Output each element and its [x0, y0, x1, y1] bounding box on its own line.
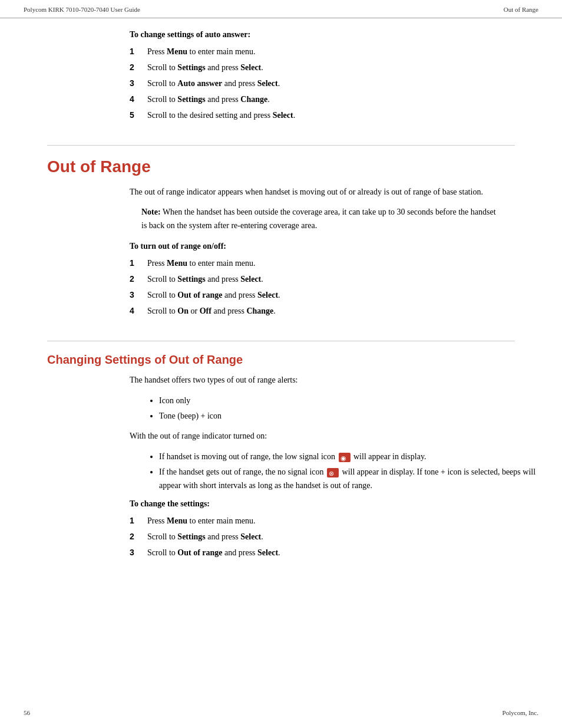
- tor-text-1: Press Menu to enter main menu.: [147, 257, 538, 269]
- no-signal-icon: ⊗: [327, 468, 339, 477]
- change-settings-section: To change the settings: 1 Press Menu to …: [130, 499, 538, 559]
- out-of-range-intro: The out of range indicator appears when …: [130, 186, 538, 199]
- tor-num-4: 4: [130, 305, 147, 317]
- step-5: 5 Scroll to the desired setting and pres…: [130, 109, 538, 121]
- changing-settings-intro: The handset offers two types of out of r…: [130, 374, 538, 387]
- note-text: When the handset has been outside the co…: [141, 207, 496, 229]
- step-num-3: 3: [130, 77, 147, 90]
- cs-step-3: 3 Scroll to Out of range and press Selec…: [130, 546, 538, 559]
- page-footer: 56 Polycom, Inc.: [0, 709, 562, 716]
- page-container: Polycom KIRK 7010-7020-7040 User Guide O…: [0, 0, 562, 728]
- cs-num-3: 3: [130, 546, 147, 559]
- tor-step-2: 2 Scroll to Settings and press Select.: [130, 273, 538, 285]
- step-num-4: 4: [130, 93, 147, 106]
- auto-answer-steps: 1 Press Menu to enter main menu. 2 Scrol…: [130, 45, 538, 121]
- step-2: 2 Scroll to Settings and press Select.: [130, 61, 538, 74]
- alert-types-list: Icon only Tone (beep) + icon: [147, 394, 538, 423]
- alert-type-1: Icon only: [159, 394, 538, 407]
- tor-text-2: Scroll to Settings and press Select.: [147, 273, 538, 285]
- content-area: To change settings of auto answer: 1 Pre…: [0, 18, 562, 606]
- cs-num-1: 1: [130, 515, 147, 527]
- note-label: Note:: [141, 207, 161, 216]
- page-number: 56: [24, 709, 30, 716]
- step-4: 4 Scroll to Settings and press Change.: [130, 93, 538, 106]
- tor-step-4: 4 Scroll to On or Off and press Change.: [130, 305, 538, 317]
- tor-text-3: Scroll to Out of range and press Select.: [147, 289, 538, 301]
- low-signal-icon: ◉: [339, 453, 351, 462]
- step-text-1: Press Menu to enter main menu.: [147, 45, 538, 58]
- step-1: 1 Press Menu to enter main menu.: [130, 45, 538, 58]
- alert-type-2: Tone (beep) + icon: [159, 410, 538, 423]
- svg-text:⊗: ⊗: [329, 470, 334, 477]
- change-settings-heading: To change the settings:: [130, 499, 538, 509]
- step-text-3: Scroll to Auto answer and press Select.: [147, 77, 538, 90]
- tor-text-4: Scroll to On or Off and press Change.: [147, 305, 538, 317]
- step-3: 3 Scroll to Auto answer and press Select…: [130, 77, 538, 90]
- auto-answer-section: To change settings of auto answer: 1 Pre…: [130, 30, 538, 121]
- note-block: Note: When the handset has been outside …: [141, 206, 503, 232]
- indicator-bullets: If handset is moving out of range, the l…: [147, 450, 538, 492]
- cs-num-2: 2: [130, 531, 147, 543]
- turn-on-off-steps: 1 Press Menu to enter main menu. 2 Scrol…: [130, 257, 538, 317]
- tor-step-3: 3 Scroll to Out of range and press Selec…: [130, 289, 538, 301]
- page-header: Polycom KIRK 7010-7020-7040 User Guide O…: [0, 0, 562, 18]
- section-divider: [47, 145, 515, 146]
- step-num-5: 5: [130, 109, 147, 121]
- step-text-2: Scroll to Settings and press Select.: [147, 61, 538, 74]
- company-name: Polycom, Inc.: [503, 709, 538, 716]
- step-num-1: 1: [130, 45, 147, 58]
- tor-num-1: 1: [130, 257, 147, 269]
- cs-text-3: Scroll to Out of range and press Select.: [147, 546, 538, 559]
- tor-num-2: 2: [130, 273, 147, 285]
- header-left-text: Polycom KIRK 7010-7020-7040 User Guide: [24, 6, 140, 13]
- auto-answer-heading: To change settings of auto answer:: [130, 30, 538, 39]
- cs-text-1: Press Menu to enter main menu.: [147, 515, 538, 527]
- svg-text:◉: ◉: [340, 454, 346, 462]
- indicator-bullet-2: If the handset gets out of range, the no…: [159, 466, 538, 492]
- step-num-2: 2: [130, 61, 147, 74]
- turn-on-off-section: To turn out of range on/off: 1 Press Men…: [130, 242, 538, 317]
- indicator-bullet-1: If handset is moving out of range, the l…: [159, 450, 538, 463]
- cs-text-2: Scroll to Settings and press Select.: [147, 531, 538, 543]
- cs-step-2: 2 Scroll to Settings and press Select.: [130, 531, 538, 543]
- with-indicator-text: With the out of range indicator turned o…: [130, 430, 538, 443]
- step-text-4: Scroll to Settings and press Change.: [147, 93, 538, 106]
- section-divider-2: [47, 341, 515, 341]
- changing-settings-title: Changing Settings of Out of Range: [47, 353, 538, 367]
- turn-on-off-heading: To turn out of range on/off:: [130, 242, 538, 251]
- step-text-5: Scroll to the desired setting and press …: [147, 109, 538, 121]
- tor-step-1: 1 Press Menu to enter main menu.: [130, 257, 538, 269]
- out-of-range-title: Out of Range: [47, 157, 538, 176]
- header-right-text: Out of Range: [504, 6, 538, 13]
- change-settings-steps: 1 Press Menu to enter main menu. 2 Scrol…: [130, 515, 538, 559]
- cs-step-1: 1 Press Menu to enter main menu.: [130, 515, 538, 527]
- tor-num-3: 3: [130, 289, 147, 301]
